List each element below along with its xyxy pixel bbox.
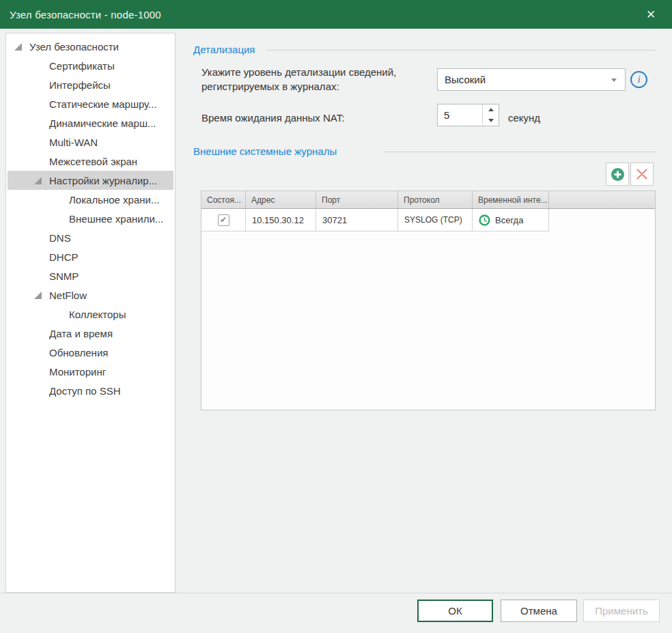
sidebar-item-label: SNMP (49, 270, 79, 282)
nat-timeout-unit: секунд (508, 111, 540, 125)
sidebar-item-label: Межсетевой экран (49, 156, 137, 167)
sidebar-item-label: Динамические марш... (49, 117, 156, 129)
sidebar-item[interactable]: Узел безопасности (8, 37, 173, 56)
nat-timeout-stepper (437, 104, 499, 126)
sidebar-item[interactable]: Дата и время (8, 324, 173, 343)
sidebar-item[interactable]: Сертификаты (8, 56, 173, 75)
syslog-table-body: ✔10.150.30.1230721SYSLOG (TCP)Всегда (201, 209, 655, 231)
sidebar-item-label: Сертификаты (49, 60, 115, 72)
spin-up-icon[interactable] (483, 104, 499, 115)
protocol-cell: SYSLOG (TCP) (398, 209, 473, 231)
footer-divider (0, 593, 672, 593)
section-title-detail: Детализация (193, 44, 255, 55)
window-titlebar: Узел безопасности - node-1000 ✕ (0, 0, 672, 29)
sidebar-item[interactable]: NetFlow (8, 285, 173, 305)
nat-timeout-input[interactable] (438, 104, 483, 126)
sidebar-item-label: Доступ по SSH (49, 385, 120, 397)
sidebar-item[interactable]: Межсетевой экран (8, 152, 173, 171)
sidebar-item-label: Обновления (49, 347, 108, 358)
sidebar-item-label: Статические маршру... (49, 98, 157, 110)
sidebar-item[interactable]: Статические маршру... (8, 94, 173, 113)
interval-label: Всегда (495, 215, 523, 225)
sidebar-item-label: Узел безопасности (29, 41, 119, 53)
apply-button[interactable]: Применить (583, 600, 660, 622)
sidebar-item-label: Мониторинг (49, 366, 106, 378)
sidebar-item-label: Интерфейсы (49, 79, 111, 91)
sidebar-item[interactable]: Обновления (8, 343, 173, 362)
sidebar-item[interactable]: Multi-WAN (8, 132, 173, 152)
sidebar-item-label: Настройки журналир... (49, 175, 157, 186)
state-cell: ✔ (201, 209, 246, 231)
column-header[interactable]: Временной инте... (473, 191, 549, 208)
detail-level-value: Высокий (445, 74, 486, 85)
sidebar-item[interactable]: DNS (8, 228, 173, 247)
plus-circle-icon (611, 167, 625, 182)
sidebar-item-label: Внешнее хранили... (69, 213, 163, 225)
chevron-down-icon (611, 79, 617, 82)
sidebar-item-label: NetFlow (49, 290, 87, 301)
column-header[interactable]: Порт (316, 191, 398, 208)
delete-row-button[interactable] (630, 163, 654, 186)
info-icon[interactable]: i (630, 71, 647, 88)
table-row[interactable]: ✔10.150.30.1230721SYSLOG (TCP)Всегда (201, 209, 655, 231)
delete-x-icon (636, 168, 648, 180)
sidebar-item[interactable]: Интерфейсы (8, 75, 173, 94)
interval-cell: Всегда (473, 209, 549, 231)
syslog-table-header: Состоя...АдресПортПротоколВременной инте… (201, 191, 655, 209)
column-header[interactable]: Состоя... (201, 191, 246, 208)
port-cell: 30721 (316, 209, 398, 231)
tree-expander-icon[interactable] (14, 43, 29, 51)
sidebar-item-label: Локальное храни... (69, 194, 159, 206)
sidebar-item[interactable]: SNMP (8, 266, 173, 285)
sidebar-item-label: Multi-WAN (49, 137, 98, 148)
detail-level-label: Укажите уровень детализации сведений, ре… (201, 65, 434, 94)
address-cell: 10.150.30.12 (246, 209, 316, 231)
sidebar-item[interactable]: Настройки журналир... (8, 171, 173, 190)
spin-down-icon[interactable] (483, 115, 499, 126)
section-divider (266, 50, 656, 51)
sidebar-item-label: Коллекторы (69, 309, 126, 320)
sidebar-item[interactable]: Динамические марш... (8, 113, 173, 132)
sidebar-item[interactable]: DHCP (8, 247, 173, 266)
sidebar-item[interactable]: Коллекторы (8, 305, 173, 324)
sidebar-item[interactable]: Локальное храни... (8, 190, 173, 209)
ok-button[interactable]: ОК (417, 600, 493, 622)
syslog-table: Состоя...АдресПортПротоколВременной инте… (201, 191, 656, 410)
sidebar-item[interactable]: Доступ по SSH (8, 381, 173, 400)
cancel-button[interactable]: Отмена (501, 600, 577, 622)
clock-icon (479, 214, 490, 226)
section-title-external-logs: Внешние системные журналы (193, 145, 337, 157)
sidebar-item-label: Дата и время (49, 328, 113, 339)
column-header[interactable]: Протокол (398, 191, 473, 208)
nat-timeout-label: Время ожидания данных NAT: (201, 111, 344, 125)
sidebar-item[interactable]: Внешнее хранили... (8, 209, 173, 228)
sidebar-item-label: DHCP (49, 251, 79, 263)
detail-level-select[interactable]: Высокий (437, 68, 626, 91)
column-header[interactable]: Адрес (246, 191, 316, 208)
section-divider (384, 152, 656, 152)
sidebar-item[interactable]: Мониторинг (8, 362, 173, 381)
tree-expander-icon[interactable] (34, 292, 49, 299)
tree-expander-icon[interactable] (34, 177, 49, 184)
column-header-filler (549, 191, 655, 208)
add-row-button[interactable] (606, 163, 629, 186)
sidebar-tree: Узел безопасностиСертификатыИнтерфейсыСт… (5, 33, 176, 593)
window-title: Узел безопасности - node-1000 (0, 9, 161, 20)
close-icon[interactable]: ✕ (635, 0, 667, 29)
spinner-buttons (482, 104, 499, 126)
sidebar-item-label: DNS (49, 232, 71, 244)
state-checkbox[interactable]: ✔ (218, 214, 229, 226)
